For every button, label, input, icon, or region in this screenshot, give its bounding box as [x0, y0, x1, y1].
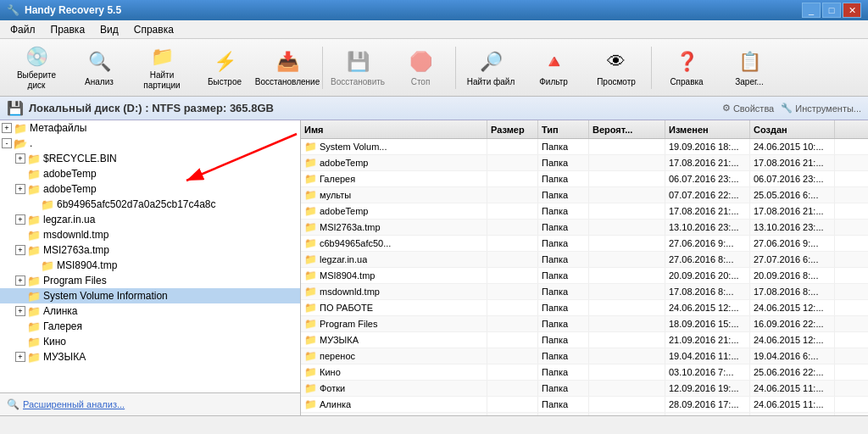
quick-button[interactable]: ⚡ Быстрое	[195, 43, 254, 92]
tree-expand-icon[interactable]: +	[15, 352, 25, 362]
file-row[interactable]: 📁мультыПапка07.07.2016 22:...25.05.2016 …	[301, 187, 868, 203]
tree-expand-icon[interactable]: -	[2, 138, 12, 148]
close-button[interactable]: ✕	[843, 3, 861, 18]
file-row[interactable]: 📁ГалереяПапка06.07.2016 23:...06.07.2016…	[301, 171, 868, 187]
file-row[interactable]: 📁System Volum...Папка19.09.2016 18:...24…	[301, 139, 868, 155]
tree-expand-icon[interactable]: +	[15, 153, 25, 164]
tree-panel: +📁Метафайлы-📂.+📁$RECYCLE.BIN📁adobeTemp+📁…	[0, 120, 301, 415]
tree-item[interactable]: +📁$RECYCLE.BIN	[0, 151, 300, 166]
file-name-cell: 📁Program Files	[301, 316, 487, 331]
tools-button[interactable]: 🔧 Инструменты...	[781, 103, 861, 114]
file-created-cell: 24.06.2015 12:...	[750, 332, 835, 348]
tree-expand-icon[interactable]	[15, 321, 25, 331]
file-row[interactable]: 📁КиноПапка03.10.2016 7:...25.06.2016 22:…	[301, 364, 868, 381]
file-prob-cell	[589, 397, 665, 412]
maximize-button[interactable]: □	[822, 3, 841, 18]
file-name-cell: 📁System Volum...	[301, 139, 487, 154]
file-row[interactable]: 📁переносПапка19.04.2016 11:...19.04.2016…	[301, 348, 868, 364]
tree-item[interactable]: +📁Метафайлы	[0, 120, 300, 136]
tree-expand-icon[interactable]	[29, 260, 39, 270]
tree-expand-icon[interactable]: +	[15, 184, 25, 194]
file-row[interactable]: 📁MSI8904.tmpПапка20.09.2016 20:...20.09.…	[301, 268, 868, 284]
tree-item[interactable]: +📁MSI2763a.tmp	[0, 242, 300, 258]
tree-item[interactable]: +📁Алинка	[0, 303, 300, 319]
file-row[interactable]: 📁Program FilesПапка18.09.2016 15:...16.0…	[301, 316, 868, 332]
file-folder-icon: 📁	[304, 173, 317, 185]
tree-expand-icon[interactable]: +	[15, 245, 25, 255]
tree-expand-icon[interactable]	[15, 169, 25, 179]
menu-bar: Файл Правка Вид Справка	[0, 20, 868, 39]
restoration-button[interactable]: 📥 Восстановление	[258, 43, 317, 92]
header-size[interactable]: Размер	[487, 120, 538, 138]
file-row[interactable]: 📁АлинкаПапка28.09.2016 17:...24.06.2015 …	[301, 397, 868, 413]
tree-item[interactable]: -📂.	[0, 136, 300, 151]
tree-item[interactable]: 📁adobeTemp	[0, 166, 300, 181]
file-name-cell: 📁adobeTemp	[301, 155, 487, 170]
file-row[interactable]: 📁msdownld.tmpПапка17.08.2016 8:...17.08.…	[301, 284, 868, 300]
menu-edit[interactable]: Правка	[44, 22, 92, 37]
preview-button[interactable]: 👁 Просмотр	[587, 43, 646, 92]
tree-expand-icon[interactable]: +	[15, 275, 25, 286]
file-row[interactable]: 📁c6b94965afc50...Папка27.06.2016 9:...27…	[301, 236, 868, 252]
tree-expand-icon[interactable]	[15, 291, 25, 301]
filter-button[interactable]: 🔺 Фильтр	[524, 43, 583, 92]
file-row[interactable]: 📁adobeTempПапка17.08.2016 21:...17.08.20…	[301, 203, 868, 220]
tree-item[interactable]: +📁МУЗЫКА	[0, 349, 300, 364]
file-size-cell	[487, 397, 538, 412]
tree-item[interactable]: 📁Галерея	[0, 319, 300, 334]
select-disk-button[interactable]: 💿 Выберите диск	[7, 43, 66, 92]
extended-analysis-link[interactable]: Расширенный анализ...	[23, 399, 125, 409]
header-prob[interactable]: Вероят...	[589, 120, 665, 138]
tree-item[interactable]: 📁6b94965afc502d7a0a25cb17c4a8c	[0, 197, 300, 212]
tree-expand-icon[interactable]: +	[15, 214, 25, 225]
file-folder-icon: 📁	[304, 221, 317, 233]
tree-item[interactable]: +📁legzar.in.ua	[0, 212, 300, 227]
minimize-button[interactable]: _	[802, 3, 821, 18]
header-created[interactable]: Создан	[750, 120, 835, 138]
tree-item[interactable]: 📁MSI8904.tmp	[0, 258, 300, 273]
tree-expand-icon[interactable]	[15, 337, 25, 347]
file-list[interactable]: 📁System Volum...Папка19.09.2016 18:...24…	[301, 139, 868, 415]
tree-expand-icon[interactable]	[29, 199, 39, 209]
file-row[interactable]: 📁ФоткиПапка12.09.2016 19:...24.06.2015 1…	[301, 381, 868, 397]
find-partition-button[interactable]: 📁 Найти партиции	[132, 43, 192, 92]
file-type-cell: Папка	[538, 155, 589, 170]
tree-expand-icon[interactable]: +	[15, 306, 25, 316]
menu-help[interactable]: Справка	[127, 22, 181, 37]
stop-button[interactable]: 🛑 Стоп	[391, 43, 450, 92]
header-type[interactable]: Тип	[538, 120, 589, 138]
tree-item[interactable]: +📁adobeTemp	[0, 181, 300, 197]
recover-button[interactable]: 💾 Восстановить	[328, 43, 387, 92]
tree-item[interactable]: 📁msdownld.tmp	[0, 227, 300, 242]
file-size-cell	[487, 203, 538, 219]
file-row[interactable]: 📁adobeTempПапка17.08.2016 21:...17.08.20…	[301, 155, 868, 171]
register-button[interactable]: 📋 Зарег...	[720, 43, 779, 92]
disk-icon: 💿	[23, 45, 50, 69]
file-type-cell: Папка	[538, 332, 589, 348]
tree-expand-icon[interactable]	[15, 230, 25, 240]
tree-item[interactable]: 📁Кино	[0, 334, 300, 349]
file-row[interactable]: 📁$RECYCLE.BINПапка20.09.2016 14:...20.09…	[301, 413, 868, 415]
tree-expand-icon[interactable]: +	[2, 123, 12, 133]
file-name-cell: 📁msdownld.tmp	[301, 284, 487, 299]
properties-button[interactable]: ⚙ Свойства	[722, 103, 774, 114]
file-row[interactable]: 📁ПО РАБОТЕПапка24.06.2015 12:...24.06.20…	[301, 300, 868, 316]
file-row[interactable]: 📁МУЗЫКАПапка21.09.2016 21:...24.06.2015 …	[301, 332, 868, 348]
tree-item[interactable]: 📁System Volume Information	[0, 288, 300, 303]
header-name[interactable]: Имя	[301, 120, 487, 138]
help-button[interactable]: ❓ Справка	[657, 43, 716, 92]
tree-item[interactable]: +📁Program Files	[0, 273, 300, 288]
file-name: System Volum...	[320, 142, 387, 152]
analyze-button[interactable]: 🔍 Анализ	[70, 43, 129, 92]
main-content: +📁Метафайлы-📂.+📁$RECYCLE.BIN📁adobeTemp+📁…	[0, 120, 868, 415]
menu-file[interactable]: Файл	[3, 22, 42, 37]
header-modified[interactable]: Изменен	[665, 120, 750, 138]
file-modified-cell: 18.09.2016 15:...	[665, 316, 750, 331]
menu-view[interactable]: Вид	[93, 22, 125, 37]
find-file-button[interactable]: 🔎 Найти файл	[461, 43, 520, 92]
file-row[interactable]: 📁legzar.in.uaПапка27.06.2016 8:...27.07.…	[301, 252, 868, 268]
file-modified-cell: 20.09.2016 14:...	[665, 413, 750, 415]
file-row[interactable]: 📁MSI2763a.tmpПапка13.10.2016 23:...13.10…	[301, 220, 868, 236]
file-prob-cell	[589, 364, 665, 380]
tree-container[interactable]: +📁Метафайлы-📂.+📁$RECYCLE.BIN📁adobeTemp+📁…	[0, 120, 300, 392]
